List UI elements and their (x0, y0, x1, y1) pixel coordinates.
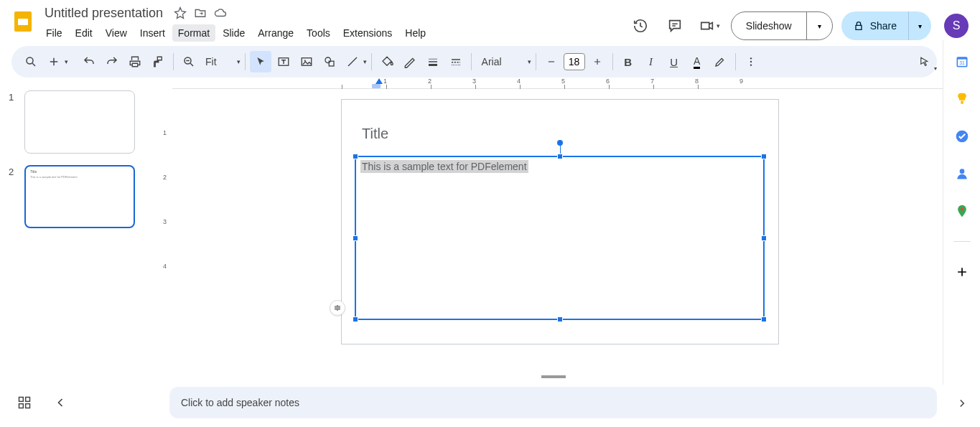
calendar-icon[interactable]: 31 (955, 55, 969, 69)
addons-icon[interactable] (955, 265, 969, 279)
menu-item-help[interactable]: Help (399, 24, 431, 42)
cloud-status-icon[interactable] (213, 6, 228, 20)
slides-logo[interactable] (9, 7, 37, 36)
header: Untitled presentation FileEditViewInsert… (0, 0, 980, 43)
select-tool[interactable] (250, 51, 271, 72)
italic-button[interactable]: I (640, 51, 662, 72)
comment-icon[interactable] (662, 13, 688, 39)
font-size-increase[interactable] (587, 51, 608, 72)
share-main[interactable]: Share (841, 20, 908, 32)
resize-handle-t[interactable] (557, 154, 563, 159)
tasks-icon[interactable] (955, 129, 969, 144)
side-panel-divider (953, 241, 971, 242)
maps-icon[interactable] (955, 204, 969, 218)
pointer-mode-icon[interactable]: ▾ (914, 52, 935, 73)
zoom-button[interactable] (178, 51, 200, 72)
star-icon[interactable] (173, 6, 187, 20)
line-dropdown[interactable]: ▾ (363, 58, 367, 65)
menu-item-tools[interactable]: Tools (301, 24, 336, 42)
resize-handle-tr[interactable] (761, 154, 767, 159)
svg-text:31: 31 (959, 60, 965, 65)
keep-icon[interactable] (955, 92, 969, 106)
text-color-button[interactable]: A (686, 51, 708, 72)
menu-item-slide[interactable]: Slide (217, 24, 251, 42)
menu-item-edit[interactable]: Edit (70, 24, 98, 42)
font-size-input[interactable] (564, 53, 585, 70)
account-avatar[interactable]: S (944, 14, 969, 38)
new-slide-button[interactable] (43, 51, 65, 72)
font-select[interactable]: Arial (476, 56, 528, 67)
selected-textbox[interactable]: This is a sample text for PDFelement (355, 156, 765, 320)
side-panel: 31 (943, 40, 980, 385)
menu-bar: FileEditViewInsertFormatSlideArrangeTool… (40, 24, 627, 42)
textbox-tool[interactable] (273, 51, 294, 72)
resize-handle-b[interactable] (557, 316, 563, 322)
resize-handle-l[interactable] (353, 235, 358, 241)
redo-button[interactable] (101, 51, 123, 72)
border-dash-button[interactable] (445, 51, 467, 72)
slideshow-button: Slideshow ▾ (731, 11, 833, 40)
resize-handle-bl[interactable] (353, 316, 358, 322)
meet-icon[interactable]: ▾ (696, 13, 722, 39)
bottom-left-controls (17, 395, 67, 410)
rotation-handle[interactable] (557, 140, 563, 146)
print-button[interactable] (124, 51, 146, 72)
explore-collapse-icon[interactable] (53, 395, 67, 410)
doc-title[interactable]: Untitled presentation (40, 4, 167, 22)
svg-rect-21 (19, 404, 24, 408)
line-tool[interactable] (342, 51, 363, 72)
menu-item-arrange[interactable]: Arrange (252, 24, 299, 42)
slideshow-dropdown[interactable]: ▾ (806, 12, 832, 39)
notes-separator[interactable] (169, 375, 937, 378)
move-icon[interactable] (193, 6, 207, 20)
slide-body-text[interactable]: This is a sample text for PDFelement (360, 160, 528, 173)
search-icon[interactable] (20, 51, 42, 72)
resize-handle-br[interactable] (761, 316, 767, 322)
bold-button[interactable]: B (617, 51, 639, 72)
paint-format-button[interactable] (147, 51, 169, 72)
resize-handle-r[interactable] (761, 235, 767, 241)
collapse-filmstrip-icon[interactable] (330, 300, 345, 316)
grid-view-icon[interactable] (17, 395, 32, 410)
menu-item-insert[interactable]: Insert (134, 24, 171, 42)
thumbnail-panel: 1 2 TitleThis is a sample text for PDFel… (0, 78, 151, 426)
shape-tool[interactable] (319, 51, 340, 72)
side-panel-collapse-icon[interactable] (956, 397, 969, 413)
svg-point-10 (750, 61, 751, 62)
history-icon[interactable] (627, 13, 653, 39)
slide-thumbnail-2[interactable]: TitleThis is a sample text for PDFelemen… (24, 165, 135, 228)
border-color-button[interactable] (399, 51, 421, 72)
thumb-number: 1 (9, 90, 17, 154)
menu-item-extensions[interactable]: Extensions (337, 24, 398, 42)
image-tool[interactable] (296, 51, 317, 72)
speaker-notes-placeholder: Click to add speaker notes (181, 397, 299, 408)
svg-point-11 (750, 64, 751, 65)
svg-rect-22 (26, 404, 30, 408)
menu-item-format[interactable]: Format (172, 24, 215, 42)
share-dropdown[interactable]: ▾ (908, 11, 931, 40)
svg-point-2 (27, 57, 33, 64)
menu-item-file[interactable]: File (40, 24, 68, 42)
share-button: Share ▾ (841, 11, 931, 40)
highlight-button[interactable] (709, 51, 731, 72)
svg-point-9 (750, 57, 751, 59)
font-size-decrease[interactable] (541, 51, 562, 72)
undo-button[interactable] (78, 51, 100, 72)
contacts-icon[interactable] (955, 166, 969, 181)
fill-color-button[interactable] (376, 51, 398, 72)
font-dropdown[interactable]: ▾ (528, 58, 531, 65)
svg-rect-20 (26, 398, 30, 402)
speaker-notes[interactable]: Click to add speaker notes (169, 387, 937, 418)
more-button[interactable] (740, 51, 762, 72)
zoom-select[interactable]: Fit (201, 56, 237, 67)
zoom-dropdown[interactable]: ▾ (237, 58, 241, 65)
border-weight-button[interactable] (422, 51, 444, 72)
slide-title-text[interactable]: Title (362, 126, 388, 142)
slide-canvas[interactable]: Title This is a sample text for PDFeleme… (341, 99, 779, 344)
slide-thumbnail-1[interactable] (24, 90, 135, 154)
menu-item-view[interactable]: View (100, 24, 133, 42)
new-slide-dropdown[interactable]: ▾ (65, 58, 68, 65)
slideshow-main[interactable]: Slideshow (732, 12, 806, 39)
resize-handle-tl[interactable] (353, 154, 358, 159)
underline-button[interactable]: U (663, 51, 685, 72)
